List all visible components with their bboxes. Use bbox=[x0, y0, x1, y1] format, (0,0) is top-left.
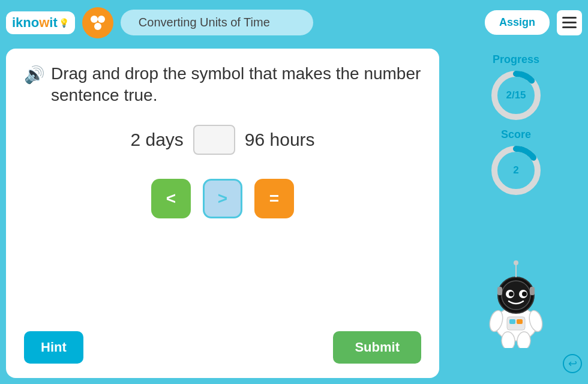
submit-button[interactable]: Submit bbox=[333, 331, 421, 364]
symbol-equal-button[interactable]: = bbox=[254, 179, 294, 218]
back-icon: ↩ bbox=[568, 357, 577, 370]
question-panel: 🔊 Drag and drop the symbol that makes th… bbox=[6, 49, 439, 378]
score-section: Score 2 bbox=[489, 128, 543, 197]
svg-point-18 bbox=[514, 260, 518, 265]
svg-rect-9 bbox=[509, 319, 515, 324]
menu-icon-line2 bbox=[562, 22, 577, 23]
symbols-area: < > = bbox=[24, 179, 421, 218]
dots-icon bbox=[88, 13, 107, 32]
question-text: 🔊 Drag and drop the symbol that makes th… bbox=[24, 63, 421, 107]
symbol-greater-label: > bbox=[218, 189, 227, 208]
math-expression: 2 days 96 hours bbox=[24, 125, 421, 155]
svg-rect-10 bbox=[517, 319, 523, 324]
main-content: 🔊 Drag and drop the symbol that makes th… bbox=[0, 45, 588, 384]
svg-point-15 bbox=[509, 292, 514, 296]
menu-icon-line1 bbox=[562, 17, 577, 19]
progress-donut: 2/15 bbox=[489, 68, 543, 122]
drop-target[interactable] bbox=[193, 125, 235, 155]
robot-mascot bbox=[471, 252, 561, 348]
assign-button[interactable]: Assign bbox=[485, 10, 550, 35]
logo-bulb-icon: 💡 bbox=[59, 18, 69, 28]
expression-left: 2 days bbox=[130, 130, 183, 150]
instruction-text: Drag and drop the symbol that makes the … bbox=[51, 63, 421, 107]
back-button[interactable]: ↩ bbox=[563, 354, 582, 373]
menu-button[interactable] bbox=[557, 10, 582, 35]
menu-icon-line3 bbox=[562, 26, 577, 28]
symbol-equal-label: = bbox=[269, 189, 279, 208]
speaker-icon[interactable]: 🔊 bbox=[24, 64, 45, 86]
progress-section: Progress 2/15 bbox=[489, 53, 543, 122]
svg-point-16 bbox=[522, 292, 527, 296]
svg-rect-23 bbox=[497, 287, 502, 295]
score-text: 2 bbox=[513, 164, 518, 176]
bottom-bar: Hint Submit bbox=[24, 325, 421, 364]
progress-text: 2/15 bbox=[506, 89, 526, 101]
score-donut: 2 bbox=[489, 143, 543, 197]
hint-button[interactable]: Hint bbox=[24, 331, 83, 364]
side-panel: Progress 2/15 Score 2 bbox=[450, 49, 582, 378]
symbol-less-button[interactable]: < bbox=[151, 179, 191, 218]
score-label: Score bbox=[501, 128, 531, 141]
title-area: Converting Units of Time bbox=[121, 10, 314, 35]
mascot-area bbox=[471, 252, 561, 348]
header: iknowit 💡 Converting Units of Time Assig… bbox=[0, 0, 588, 45]
svg-rect-24 bbox=[530, 287, 535, 295]
svg-point-0 bbox=[91, 16, 98, 23]
panel-divider bbox=[444, 49, 445, 378]
svg-point-1 bbox=[98, 16, 105, 23]
progress-label: Progress bbox=[493, 53, 539, 66]
logo-text: iknowit bbox=[12, 15, 58, 31]
symbol-less-label: < bbox=[166, 189, 176, 208]
page-title: Converting Units of Time bbox=[139, 16, 270, 29]
svg-point-2 bbox=[94, 23, 101, 30]
symbol-greater-button[interactable]: > bbox=[203, 179, 242, 218]
expression-right: 96 hours bbox=[245, 130, 315, 150]
logo: iknowit 💡 bbox=[6, 11, 75, 34]
activity-icon bbox=[82, 7, 113, 38]
